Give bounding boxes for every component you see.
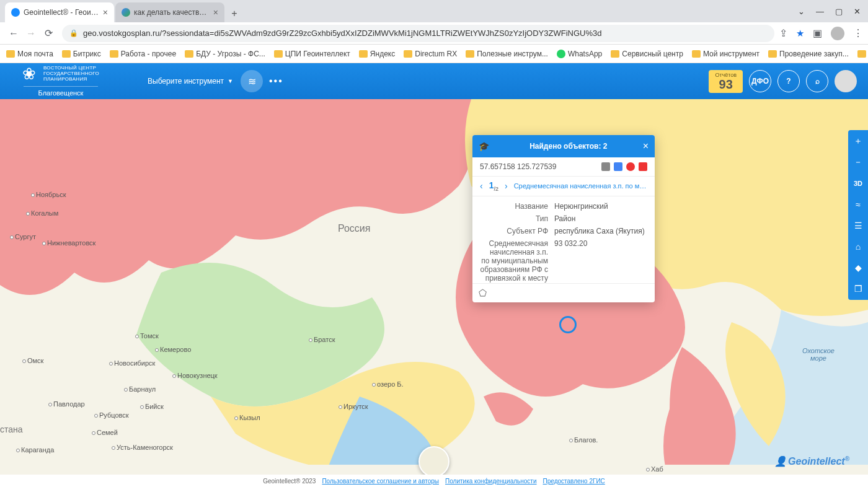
folder-icon [466,50,474,58]
popup-header: 🎓 Найдено объектов: 2 × [472,135,655,157]
3d-button[interactable]: 3D [851,177,866,190]
more-menu[interactable]: ••• [269,76,283,87]
bookmark-star-icon[interactable]: ★ [796,28,804,39]
folder-icon [692,50,701,58]
layer-link[interactable]: Среднемесячная начисленная з.п. по мун.о… [514,182,647,190]
browser-tab[interactable]: как делать качественные сним × [115,2,224,22]
city-label: Благовещенск [24,86,98,97]
bookmark-item[interactable]: Directum RX [404,50,457,58]
back-button[interactable]: ← [5,25,22,42]
bookmark-item[interactable]: Моя почта [6,50,53,58]
logo-icon [22,66,38,82]
property-row: НазваниеНерюнгринский [480,200,652,213]
bookmark-item[interactable]: WhatsApp [557,50,602,58]
popup-body[interactable]: НазваниеНерюнгринский ТипРайон Субъект Р… [472,196,655,283]
zoom-out-button[interactable]: － [851,156,866,169]
address-bar: ← → ⟳ 🔒 geo.vostokgosplan.ru/?sessiondat… [0,22,868,45]
maximize-icon[interactable]: ▢ [835,7,843,16]
copyright: Geointellect® 2023 [263,478,316,485]
other-map-icon[interactable] [639,162,647,171]
logo[interactable]: ВОСТОЧНЫЙ ЦЕНТР ГОСУДАРСТВЕННОГО ПЛАНИРО… [11,66,110,96]
layers-icon[interactable]: ☰ [851,219,866,232]
folder-icon [404,50,412,58]
minimize-icon[interactable]: — [816,7,824,16]
reload-button[interactable]: ⟳ [40,25,57,42]
browser-tab-active[interactable]: Geointellect® - Геоинформацио × [5,2,114,22]
forward-button[interactable]: → [22,25,40,42]
browser-tabbar: Geointellect® - Геоинформацио × как дела… [0,0,868,22]
omnibox[interactable]: 🔒 geo.vostokgosplan.ru/?sessiondata=di5s… [62,25,774,42]
menu-icon[interactable]: ⋮ [853,27,863,39]
folder-icon [359,50,368,58]
close-window-icon[interactable]: ✕ [854,7,861,16]
dfo-button[interactable]: ДФО [749,70,771,92]
tag-icon[interactable]: ◆ [851,261,866,274]
extensions-icon[interactable]: ▣ [813,27,822,39]
tab-close-icon[interactable]: × [213,7,218,17]
search-button[interactable]: ⌕ [806,70,828,92]
popup-footer: ⬠ [472,283,655,302]
logo-text: ВОСТОЧНЫЙ ЦЕНТР ГОСУДАРСТВЕННОГО ПЛАНИРО… [43,66,99,82]
folder-icon [274,50,283,58]
select-tool-dropdown[interactable]: Выберите инструмент ▼ [148,77,233,86]
layers-button[interactable]: ≋ [241,70,263,92]
google-maps-icon[interactable] [614,162,622,171]
popup-close-icon[interactable]: × [643,141,649,152]
bookmark-item[interactable]: БДУ - Угрозы - ФС... [185,50,265,58]
new-tab-button[interactable]: + [226,5,243,22]
search-icon: ⌕ [815,77,820,86]
favicon-icon [122,8,130,17]
prev-button[interactable]: ‹ [480,181,483,191]
bookmark-item[interactable]: Битрикс [62,50,101,58]
stack-icon[interactable]: ❒ [851,283,866,295]
bookmark-item[interactable]: Грамотность [857,50,868,58]
map-marker[interactable] [559,316,577,333]
chart-icon[interactable]: ⌂ [851,240,866,253]
bookmark-item[interactable]: ЦПИ Геоинтеллект [274,50,350,58]
basemap-switcher[interactable] [418,446,450,477]
help-button[interactable]: ? [777,70,800,92]
chevron-down-icon: ▼ [228,78,233,84]
map-canvas[interactable]: Россия Монголия стана Охотское море Нояб… [0,99,868,487]
window-controls: ⌄ — ▢ ✕ [790,0,868,22]
yandex-maps-icon[interactable] [626,162,635,171]
user-avatar[interactable] [835,70,857,92]
coords-text: 57.657158 125.727539 [480,162,601,171]
brand-watermark: 👤Geointellect® [774,455,849,467]
layers-icon: ≋ [248,76,256,87]
folder-icon [768,50,777,58]
map-side-tools: ＋ － 3D ≈ ☰ ⌂ ◆ ❒ [848,130,868,300]
tab-close-icon[interactable]: × [103,7,108,17]
folder-icon [6,50,15,58]
folder-icon [110,50,118,58]
bookmark-item[interactable]: Яндекс [359,50,395,58]
zoom-in-button[interactable]: ＋ [851,135,866,147]
app-header: ВОСТОЧНЫЙ ЦЕНТР ГОСУДАРСТВЕННОГО ПЛАНИРО… [0,63,868,99]
education-icon: 🎓 [479,141,489,151]
footer-link[interactable]: Пользовательское соглашение и авторы [322,478,439,485]
footer: Geointellect® 2023 Пользовательское согл… [0,475,868,487]
reports-count: 93 [715,78,737,90]
share-icon[interactable]: ⇪ [779,27,787,39]
bookmark-item[interactable]: Полезные инструм... [466,50,548,58]
tab-label: Geointellect® - Геоинформацио [24,8,99,17]
next-button[interactable]: › [505,181,508,191]
chevron-down-icon[interactable]: ⌄ [798,7,805,16]
folder-icon [62,50,71,58]
bookmark-item[interactable]: Мой инструмент [692,50,760,58]
feature-popup: 🎓 Найдено объектов: 2 × 57.657158 125.72… [472,135,655,302]
bookmark-item[interactable]: Сервисный центр [611,50,683,58]
bookmark-item[interactable]: Проведение закуп... [768,50,849,58]
copy-icon[interactable] [601,162,610,171]
folder-icon [611,50,619,58]
reports-badge[interactable]: Отчётов 93 [709,70,743,93]
footer-link[interactable]: Предоставлено 2ГИС [543,478,605,485]
profile-avatar[interactable] [831,27,844,40]
popup-title: Найдено объектов: 2 [494,142,643,151]
ruler-icon[interactable]: ≈ [851,198,866,211]
property-row: Среднемесячная начисленная з.п. по муниц… [480,237,652,283]
bookmark-item[interactable]: Работа - прочее [110,50,176,58]
favicon-icon [11,8,20,17]
pin-icon[interactable]: ⬠ [479,287,487,298]
footer-link[interactable]: Политика конфиденциальности [445,478,537,485]
